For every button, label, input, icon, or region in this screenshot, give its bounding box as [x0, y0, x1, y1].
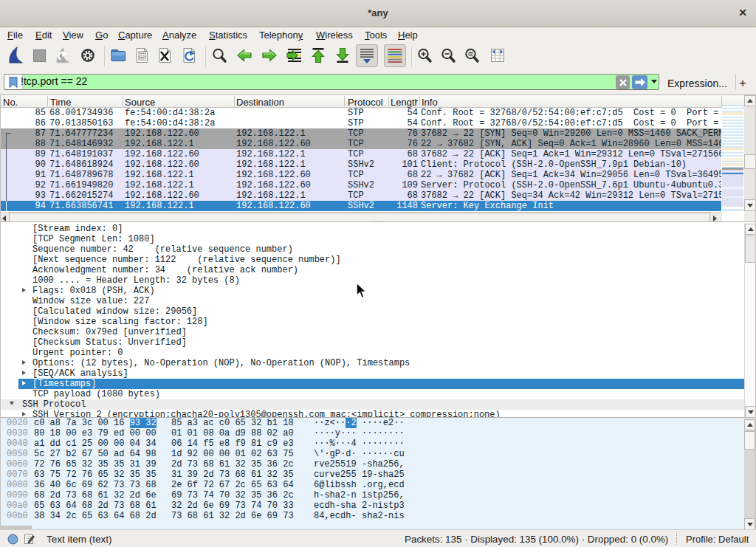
svg-text:0111: 0111: [138, 58, 146, 61]
